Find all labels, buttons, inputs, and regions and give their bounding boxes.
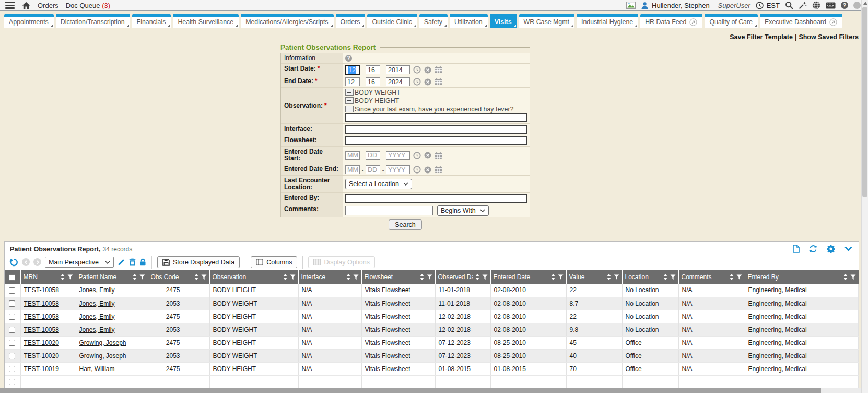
column-header-mrn[interactable]: MRN xyxy=(20,270,76,284)
patient-name-link[interactable]: Jones, Emily xyxy=(79,286,115,294)
tab-dictation-transcription[interactable]: Dictation/Transcription xyxy=(56,14,130,28)
tab-outside-clinic[interactable]: Outside Clinic xyxy=(367,14,417,28)
tab-safety[interactable]: Safety xyxy=(419,14,448,28)
column-header-entered-by[interactable]: Entered By xyxy=(745,270,859,284)
tab-wr-case-mgmt[interactable]: WR Case Mgmt xyxy=(519,14,574,28)
mrn-link[interactable]: TEST-10019 xyxy=(24,365,59,373)
select-all-checkbox[interactable] xyxy=(9,274,15,281)
settings-gear-icon[interactable] xyxy=(827,245,835,253)
column-header-observed-date[interactable]: Observed Date xyxy=(435,270,490,284)
calendar-picker-icon[interactable] xyxy=(435,78,442,86)
tab-industrial-hygiene[interactable]: Industrial Hygiene xyxy=(577,14,638,28)
entered-date-start-year-input[interactable] xyxy=(386,151,410,160)
column-header-interface[interactable]: Interface xyxy=(298,270,361,284)
entered-date-end-day-input[interactable] xyxy=(366,165,380,174)
lock-perspective-icon[interactable] xyxy=(139,258,146,266)
time-picker-icon[interactable] xyxy=(413,152,421,159)
entered-date-end-year-input[interactable] xyxy=(386,165,410,174)
time-picker-icon[interactable] xyxy=(413,78,421,86)
row-checkbox[interactable] xyxy=(9,340,15,346)
user-menu[interactable]: Hullender, Stephen - SuperUser xyxy=(641,2,750,9)
horizontal-scrollbar-thumb[interactable] xyxy=(0,388,821,393)
row-checkbox[interactable] xyxy=(9,314,15,320)
home-icon[interactable] xyxy=(22,2,30,9)
collapse-panel-chevron-icon[interactable] xyxy=(844,246,852,251)
mrn-link[interactable]: TEST-10058 xyxy=(24,313,59,320)
clear-date-icon[interactable] xyxy=(424,166,431,174)
patient-name-link[interactable]: Jones, Emily xyxy=(79,313,115,320)
perspective-select[interactable]: Main Perspective xyxy=(45,257,114,268)
tab-medications-allergies-scripts[interactable]: Medications/Allergies/Scripts xyxy=(241,14,333,28)
clear-date-icon[interactable] xyxy=(424,152,431,159)
time-picker-icon[interactable] xyxy=(413,166,421,174)
column-header-observation[interactable]: Observation xyxy=(209,270,298,284)
row-checkbox[interactable] xyxy=(9,366,15,372)
tab-visits[interactable]: Visits xyxy=(490,14,517,28)
mrn-link[interactable]: TEST-10020 xyxy=(24,339,59,346)
information-help-icon[interactable]: ? xyxy=(345,55,352,62)
save-filter-template-link[interactable]: Save Filter Template xyxy=(730,33,793,41)
column-header-obs-code[interactable]: Obs Code xyxy=(148,270,209,284)
comments-match-select[interactable]: Begins With xyxy=(437,205,489,216)
clear-date-icon[interactable] xyxy=(424,66,431,74)
columns-button[interactable]: Columns xyxy=(251,256,297,268)
row-checkbox[interactable] xyxy=(9,353,15,359)
mrn-link[interactable]: TEST-10058 xyxy=(24,286,59,294)
row-checkbox[interactable] xyxy=(9,300,15,307)
tab-hr-data-feed[interactable]: HR Data Feed xyxy=(640,14,702,28)
row-checkbox[interactable] xyxy=(9,287,15,294)
tab-health-surveillance[interactable]: Health Surveillance xyxy=(173,14,239,28)
interface-input[interactable] xyxy=(345,125,527,134)
doc-queue-link[interactable]: Doc Queue (3) xyxy=(66,2,110,9)
previous-perspective-icon[interactable] xyxy=(22,258,30,266)
patient-name-link[interactable]: Growing, Joseph xyxy=(79,339,126,346)
start-date-year-input[interactable] xyxy=(386,65,410,74)
tab-quality-of-care[interactable]: Quality of Care xyxy=(705,14,758,28)
store-displayed-data-button[interactable]: Store Displayed Data xyxy=(157,256,240,268)
column-header-patient-name[interactable]: Patient Name xyxy=(76,270,148,284)
mrn-link[interactable]: TEST-10058 xyxy=(24,300,59,307)
end-date-month-input[interactable] xyxy=(345,77,360,86)
entered-date-start-day-input[interactable] xyxy=(366,151,380,160)
end-date-year-input[interactable] xyxy=(386,77,410,86)
delete-perspective-trash-icon[interactable] xyxy=(129,258,136,266)
reset-perspective-icon[interactable] xyxy=(9,258,18,267)
search-icon[interactable] xyxy=(785,1,793,9)
globe-icon[interactable] xyxy=(812,1,820,9)
timezone-clock-icon[interactable] xyxy=(756,2,764,9)
patient-name-link[interactable]: Jones, Emily xyxy=(79,326,115,333)
entered-by-input[interactable] xyxy=(345,194,527,203)
tab-financials[interactable]: Financials xyxy=(132,14,171,28)
tab-appointments[interactable]: Appointments xyxy=(4,14,54,28)
remove-observation-icon[interactable] xyxy=(345,97,354,104)
clear-date-icon[interactable] xyxy=(424,78,431,86)
flowsheet-input[interactable] xyxy=(345,136,527,145)
end-date-day-input[interactable] xyxy=(366,77,380,86)
keyboard-icon[interactable] xyxy=(826,2,836,9)
edit-perspective-pencil-icon[interactable] xyxy=(118,258,125,266)
help-icon[interactable]: ? xyxy=(841,2,848,9)
tab-utilization[interactable]: Utilization xyxy=(450,14,488,28)
calendar-picker-icon[interactable] xyxy=(435,166,442,174)
next-perspective-icon[interactable] xyxy=(33,258,41,266)
orders-menu-link[interactable]: Orders xyxy=(38,2,58,9)
comments-input[interactable] xyxy=(345,206,433,215)
mrn-link[interactable]: TEST-10020 xyxy=(24,352,59,360)
scroll-up-arrow-icon[interactable] xyxy=(863,2,867,5)
patient-name-link[interactable]: Jones, Emily xyxy=(79,300,115,307)
tab-orders[interactable]: Orders xyxy=(336,14,366,28)
start-date-month-input[interactable]: 12 xyxy=(345,65,360,75)
row-checkbox[interactable] xyxy=(9,327,15,333)
image-capture-icon[interactable] xyxy=(626,2,636,9)
calendar-picker-icon[interactable] xyxy=(435,66,442,74)
vertical-scrollbar[interactable] xyxy=(861,0,868,393)
magic-wand-icon[interactable] xyxy=(799,1,807,9)
entered-date-end-month-input[interactable] xyxy=(345,165,360,174)
column-header-flowsheet[interactable]: Flowsheet xyxy=(361,270,435,284)
row-checkbox[interactable] xyxy=(9,379,15,385)
entered-date-start-month-input[interactable] xyxy=(345,151,360,160)
column-header-comments[interactable]: Comments xyxy=(678,270,745,284)
new-document-icon[interactable] xyxy=(793,245,800,253)
search-button[interactable]: Search xyxy=(389,219,422,230)
tab-executive-dashboard[interactable]: Executive Dashboard xyxy=(760,14,842,28)
